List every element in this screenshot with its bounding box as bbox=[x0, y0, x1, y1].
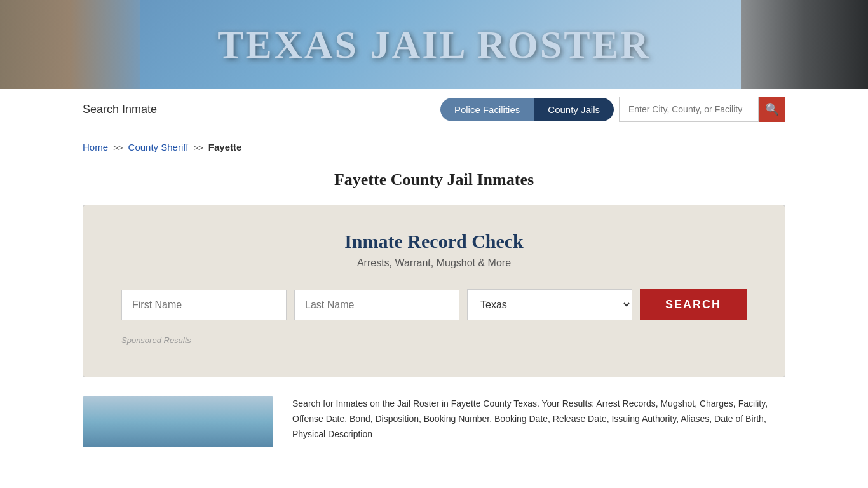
breadcrumb-sheriff[interactable]: County Sheriff bbox=[128, 142, 189, 152]
breadcrumb-home[interactable]: Home bbox=[83, 142, 108, 152]
jail-image bbox=[741, 0, 868, 89]
breadcrumb-sep1: >> bbox=[113, 143, 123, 152]
navbar: Search Inmate Police Facilities County J… bbox=[0, 89, 868, 130]
breadcrumb-current: Fayette bbox=[208, 142, 242, 152]
capitol-image bbox=[0, 0, 140, 89]
record-check-subtitle: Arrests, Warrant, Mugshot & More bbox=[121, 257, 747, 269]
facility-search-input[interactable] bbox=[619, 97, 759, 122]
state-select[interactable]: AlabamaAlaskaArizonaArkansasCaliforniaCo… bbox=[467, 289, 632, 320]
bottom-section: Search for Inmates on the Jail Roster in… bbox=[83, 396, 785, 447]
tab-police-facilities[interactable]: Police Facilities bbox=[440, 98, 534, 121]
record-check-title: Inmate Record Check bbox=[121, 231, 747, 252]
site-title: Texas Jail Roster bbox=[217, 22, 651, 67]
breadcrumb: Home >> County Sheriff >> Fayette bbox=[0, 130, 868, 159]
bottom-description: Search for Inmates on the Jail Roster in… bbox=[292, 396, 785, 447]
search-icon: 🔍 bbox=[765, 102, 779, 116]
facility-search-button[interactable]: 🔍 bbox=[759, 97, 785, 122]
record-search-button[interactable]: SEARCH bbox=[640, 289, 747, 320]
page-title: Fayette County Jail Inmates bbox=[0, 159, 868, 205]
record-check-box: Inmate Record Check Arrests, Warrant, Mu… bbox=[83, 205, 785, 377]
bottom-image bbox=[83, 396, 273, 447]
last-name-input[interactable] bbox=[294, 290, 459, 320]
facility-search-container: 🔍 bbox=[619, 97, 785, 122]
first-name-input[interactable] bbox=[121, 290, 287, 320]
record-check-form: AlabamaAlaskaArizonaArkansasCaliforniaCo… bbox=[121, 289, 747, 320]
sponsored-text: Sponsored Results bbox=[121, 336, 747, 345]
nav-tabs: Police Facilities County Jails bbox=[440, 98, 614, 121]
breadcrumb-sep2: >> bbox=[194, 143, 203, 152]
tab-county-jails[interactable]: County Jails bbox=[534, 98, 614, 121]
header-banner: Texas Jail Roster bbox=[0, 0, 868, 89]
nav-brand: Search Inmate bbox=[83, 103, 440, 116]
